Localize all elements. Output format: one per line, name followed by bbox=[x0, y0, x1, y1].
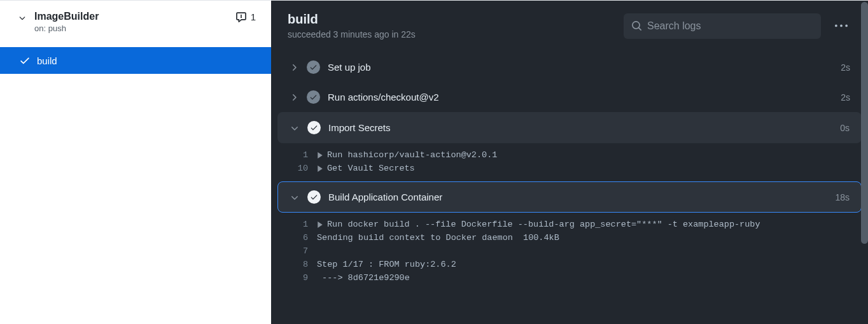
job-header: build succeeded 3 minutes ago in 22s bbox=[288, 12, 613, 39]
check-circle-icon bbox=[307, 90, 320, 104]
log-text: Step 1/17 : FROM ruby:2.6.2 bbox=[317, 260, 456, 269]
chevron-down-icon bbox=[18, 13, 27, 22]
check-circle-icon bbox=[307, 190, 321, 204]
log-line[interactable]: 9 ---> 8d6721e9290e bbox=[277, 271, 862, 285]
log-topbar: build succeeded 3 minutes ago in 22s bbox=[271, 1, 868, 52]
workflow-header[interactable]: ImageBuilder on: push 1 bbox=[0, 1, 271, 38]
log-text: Run docker build . --file Dockerfile --b… bbox=[317, 220, 760, 229]
line-number: 10 bbox=[289, 164, 317, 173]
log-text: Sending build context to Docker daemon 1… bbox=[317, 233, 559, 243]
workflow-title-block: ImageBuilder on: push bbox=[34, 11, 99, 33]
check-icon bbox=[19, 55, 31, 66]
search-icon bbox=[631, 20, 642, 31]
step-row[interactable]: Import Secrets0s bbox=[277, 112, 862, 143]
log-line[interactable]: 1Run hashicorp/vault-action@v2.0.1 bbox=[277, 148, 862, 162]
kebab-menu[interactable] bbox=[831, 16, 851, 36]
check-circle-icon bbox=[307, 60, 320, 74]
step-logs: 1Run hashicorp/vault-action@v2.0.110Get … bbox=[277, 143, 862, 181]
chevron-down-icon bbox=[290, 192, 300, 202]
scrollbar[interactable] bbox=[861, 2, 868, 244]
log-text: Run hashicorp/vault-action@v2.0.1 bbox=[317, 150, 497, 160]
alert-icon bbox=[235, 11, 247, 22]
step-duration: 2s bbox=[841, 92, 850, 102]
step-duration: 2s bbox=[841, 62, 850, 73]
log-line[interactable]: 6Sending build context to Docker daemon … bbox=[277, 231, 862, 244]
log-line[interactable]: 8Step 1/17 : FROM ruby:2.6.2 bbox=[277, 258, 862, 271]
step-row[interactable]: Set up job2s bbox=[277, 52, 862, 82]
log-text: Get Vault Secrets bbox=[317, 164, 415, 173]
log-line[interactable]: 7 bbox=[277, 244, 862, 258]
job-name: build bbox=[37, 55, 57, 66]
search-box[interactable] bbox=[624, 13, 821, 39]
step-name: Build Application Container bbox=[328, 192, 827, 202]
step-logs: 1Run docker build . --file Dockerfile --… bbox=[277, 213, 862, 291]
chevron-right-icon bbox=[289, 62, 299, 73]
step-name: Set up job bbox=[328, 62, 833, 73]
log-text: ---> 8d6721e9290e bbox=[317, 273, 410, 283]
line-number: 6 bbox=[289, 233, 317, 243]
expand-caret-icon[interactable] bbox=[317, 166, 323, 172]
expand-caret-icon[interactable] bbox=[317, 222, 323, 228]
chevron-down-icon bbox=[290, 123, 300, 133]
workflow-trigger: on: push bbox=[34, 24, 99, 33]
search-input[interactable] bbox=[647, 20, 813, 32]
log-line[interactable]: 10Get Vault Secrets bbox=[277, 162, 862, 175]
annotation-count: 1 bbox=[251, 11, 256, 22]
check-circle-icon bbox=[307, 121, 321, 134]
log-line[interactable]: 1Run docker build . --file Dockerfile --… bbox=[277, 218, 862, 231]
sidebar-job-build[interactable]: build bbox=[0, 47, 271, 74]
line-number: 9 bbox=[289, 273, 317, 283]
step-row[interactable]: Build Application Container18s bbox=[277, 181, 862, 213]
line-number: 1 bbox=[289, 150, 317, 160]
job-title: build bbox=[288, 12, 613, 27]
sidebar: ImageBuilder on: push 1 build bbox=[0, 0, 271, 324]
steps-list: Set up job2sRun actions/checkout@v22sImp… bbox=[271, 52, 868, 291]
expand-caret-icon[interactable] bbox=[317, 152, 323, 158]
line-number: 8 bbox=[289, 260, 317, 269]
line-number: 7 bbox=[289, 246, 317, 256]
chevron-right-icon bbox=[289, 92, 299, 102]
step-duration: 0s bbox=[840, 123, 850, 133]
job-statusline: succeeded 3 minutes ago in 22s bbox=[288, 29, 613, 39]
step-name: Run actions/checkout@v2 bbox=[328, 92, 833, 102]
step-row[interactable]: Run actions/checkout@v22s bbox=[277, 82, 862, 112]
step-duration: 18s bbox=[835, 192, 850, 202]
line-number: 1 bbox=[289, 220, 317, 229]
workflow-name: ImageBuilder bbox=[34, 11, 99, 22]
log-panel: build succeeded 3 minutes ago in 22s Set… bbox=[271, 1, 868, 324]
step-name: Import Secrets bbox=[328, 122, 832, 133]
annotation-badge[interactable]: 1 bbox=[235, 11, 256, 22]
